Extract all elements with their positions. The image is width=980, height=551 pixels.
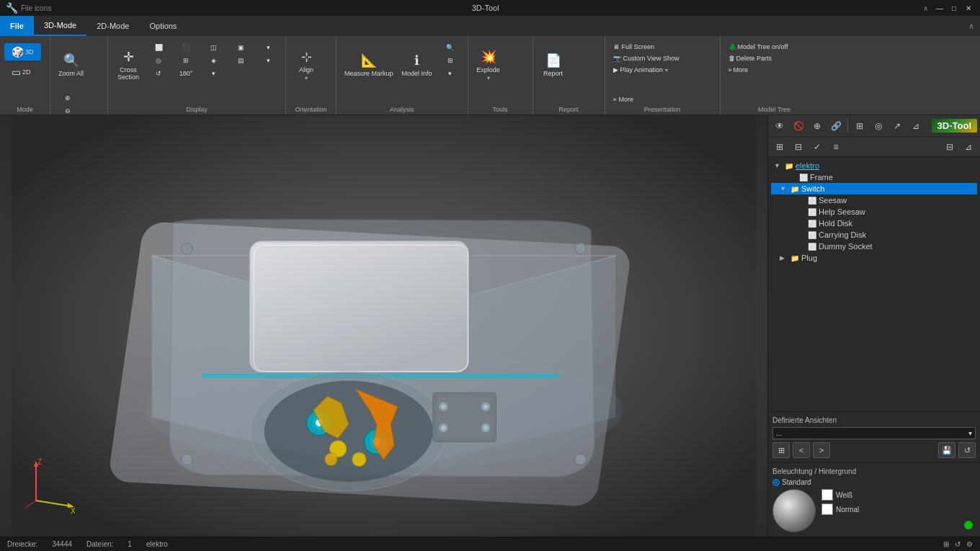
filter2-icon-btn[interactable]: ⊿ [907,117,925,135]
collapse-all-btn[interactable]: ⊟ [790,138,807,156]
play-animation-btn[interactable]: ▶ Play Animation ▾ [610,65,672,75]
close-btn[interactable]: ✕ [963,2,974,14]
triangles-label: Dreiecke: [7,540,37,548]
defined-views-dropdown[interactable]: ... ▾ [772,427,976,439]
hold-disk-icon: ⬜ [808,220,816,228]
minimize-btn[interactable]: — [934,2,945,14]
tree-item-carrying-disk[interactable]: ⬜ Carrying Disk [771,229,977,241]
full-screen-btn[interactable]: 🖥 Full Screen [610,42,659,52]
delete-parts-btn[interactable]: 🗑 Delete Parts [725,53,776,63]
switch-expand-icon[interactable]: ▼ [780,185,788,192]
cross-section-btn[interactable]: ✛ Cross Section [112,39,144,91]
custom-view-btn[interactable]: 📷 Custom View Show [610,53,683,63]
custom-view-icon: 📷 [613,55,621,62]
link-icon-btn[interactable]: 🔗 [827,117,845,135]
tree-root-elektro[interactable]: ▼ 📁 elektro [771,160,977,171]
view-prev-btn[interactable]: < [793,442,810,458]
explode-btn[interactable]: 💥 Explode ▾ [473,39,504,91]
display-more-btn-2[interactable]: ▾ [255,55,281,66]
expand-all-btn[interactable]: ⊞ [771,138,788,156]
3d-viewport[interactable]: Z X [0,115,767,537]
view-next-btn[interactable]: > [813,442,830,458]
display-btn-6[interactable]: ⊞ [173,55,199,66]
switch-assembly-icon: 📁 [790,185,799,193]
display-more-btn-3[interactable]: ▾ [200,68,226,79]
display-btn-5[interactable]: ◎ [146,55,172,66]
tree-item-hold-disk[interactable]: ⬜ Hold Disk [771,218,977,229]
svg-point-16 [325,453,338,466]
align-btn[interactable]: ⊹ Align ▾ [290,39,322,91]
analysis-icon-3: ▾ [448,70,452,77]
root-expand-icon[interactable]: ▼ [774,162,783,169]
analysis-btn-3[interactable]: ▾ [437,68,463,79]
display-more-btn[interactable]: ▾ [255,42,281,53]
statusbar: Dreiecke: 34444 Dateien: 1 elektro ⊞ ↺ ⚙ [0,537,980,551]
frame-part-icon: ⬜ [799,174,808,182]
lighting-globe[interactable] [772,489,816,532]
select-icon-btn[interactable]: ↗ [888,117,906,135]
model-tree-toggle-btn[interactable]: 🌲 Model Tree on/off [725,42,792,52]
lighting-standard-option[interactable]: Standard [772,478,811,486]
analysis-btn-2[interactable]: ⊞ [437,55,463,66]
ribbon-group-zoom: 🔍 Zoom All ⊕ ⊖ ⊡ Zoom [50,36,108,115]
coordinate-axes: Z X [22,457,79,515]
display-btn-4[interactable]: ▣ [228,42,254,53]
zoom-fit-icon-btn[interactable]: ⊞ [851,117,868,135]
tree-item-frame[interactable]: ⬜ Frame [771,171,977,183]
eye-icon-btn[interactable]: 👁 [771,117,788,135]
background-normal-swatch[interactable] [821,503,833,515]
display-btn-2[interactable]: ⬛ [173,42,199,53]
view-save-btn[interactable]: 💾 [938,442,956,458]
background-color-swatch[interactable] [821,489,833,501]
report-btn[interactable]: 📄 Report [538,39,569,91]
check-icon-btn[interactable]: ✓ [808,138,826,156]
view-reset-btn[interactable]: ↺ [958,442,976,458]
display-btn-10[interactable]: 180° [173,68,199,79]
right-panel: 👁 🚫 ⊕ 🔗 ⊞ ◎ ↗ ⊿ 3D-Tool ⊞ ⊟ ✓ ≡ ⊟ ⊿ ▼ [767,115,980,537]
analysis-btn-1[interactable]: 🔍 [437,42,463,53]
menu-3d-mode[interactable]: 3D-Mode [34,16,86,36]
tree-item-help-seesaw[interactable]: ⬜ Help Seesaw [771,206,977,218]
display-btn-3[interactable]: ◫ [200,42,226,53]
svg-line-37 [25,501,36,508]
lighting-section: Beleuchtung / Hintergrund Standard Weiß [768,462,980,537]
mode-2d-btn[interactable]: ▭ 2D [4,63,38,81]
display-icon-4: ▣ [238,44,244,51]
model-tree[interactable]: ▼ 📁 elektro ⬜ Frame ▼ 📁 Switch [768,157,980,411]
zoom-in-btn[interactable]: ⊕ [55,92,81,104]
more-icon: » [613,96,617,103]
view-fit-btn[interactable]: ⊞ [772,442,790,458]
standard-radio[interactable] [772,479,780,486]
model-info-btn[interactable]: ℹ Model Info [398,39,436,91]
tree-item-dummy-socket[interactable]: ⬜ Dummy Socket [771,241,977,252]
more-pres-btn[interactable]: » More [610,94,638,104]
display-icon-10: 180° [179,70,193,77]
eye-off-icon-btn[interactable]: 🚫 [790,117,807,135]
display-btn-8[interactable]: ▤ [228,55,254,66]
menu-options[interactable]: Options [139,16,187,36]
menu-file[interactable]: File [0,16,34,36]
zoom-all-btn[interactable]: 🔍 Zoom All [55,39,87,91]
tree-item-plug[interactable]: ▶ 📁 Plug [771,252,977,264]
isolate-icon-btn[interactable]: ◎ [870,117,887,135]
more-mt-btn[interactable]: » More [725,65,752,75]
statusbar-icon-2[interactable]: ↺ [955,540,961,548]
tree-item-switch[interactable]: ▼ 📁 Switch [771,183,977,194]
properties-icon-btn[interactable]: ≡ [827,138,845,156]
display-btn-9[interactable]: ↺ [146,68,172,79]
help-seesaw-icon: ⬜ [808,208,816,216]
crosshair-icon-btn[interactable]: ⊕ [808,117,826,135]
measure-markup-btn[interactable]: 📐 Measure Markup [341,39,397,91]
maximize-btn[interactable]: □ [948,2,960,14]
statusbar-icon-1[interactable]: ⊞ [943,540,949,548]
tree-item-seesaw[interactable]: ⬜ Seesaw [771,194,977,206]
plug-expand-icon[interactable]: ▶ [780,254,788,261]
search-icon-btn[interactable]: ⊟ [941,138,958,156]
filter-icon-btn[interactable]: ⊿ [960,138,977,156]
mode-3d-btn[interactable]: 🎲 3D [4,43,41,61]
display-btn-1[interactable]: ⬜ [146,42,172,53]
display-btn-7[interactable]: ◈ [200,55,226,66]
statusbar-icon-3[interactable]: ⚙ [966,540,973,548]
menu-2d-mode[interactable]: 2D-Mode [86,16,139,36]
ribbon-collapse-btn[interactable]: ∧ [919,2,931,14]
